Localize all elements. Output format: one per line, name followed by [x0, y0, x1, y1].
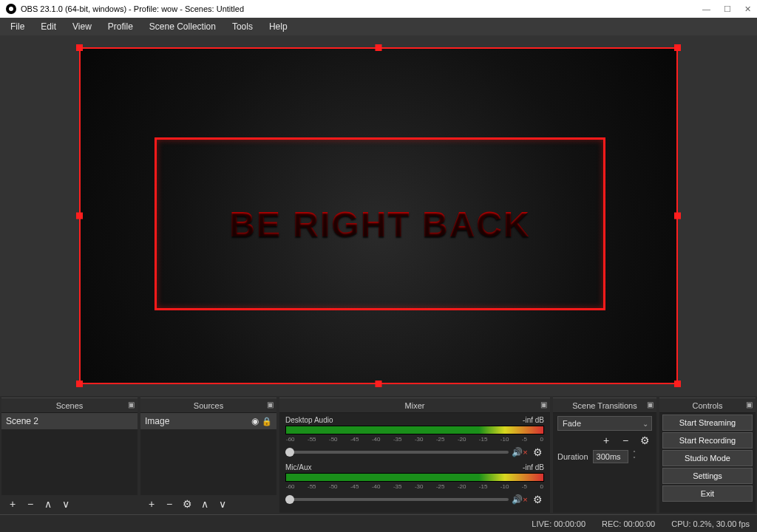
scenes-list[interactable]: Scene 2: [1, 413, 138, 495]
eye-icon[interactable]: ◉: [251, 416, 259, 426]
status-cpu: CPU: 0.2%, 30.00 fps: [671, 519, 750, 528]
resize-handle[interactable]: [674, 381, 681, 387]
window-title: OBS 23.1.0 (64-bit, windows) - Profile: …: [21, 4, 698, 13]
mixer-panel: Mixer ▣ Desktop Audio-inf dB -60-55-50-4…: [279, 398, 550, 513]
settings-button[interactable]: Settings: [662, 468, 753, 484]
meter-ticks: -60-55-50-45-40-35-30-25-20-15-10-50: [285, 436, 544, 443]
menu-help[interactable]: Help: [262, 18, 295, 35]
scenes-header: Scenes ▣: [1, 398, 138, 413]
overlay-frame: BE RIGHT BACK: [155, 137, 605, 310]
resize-handle[interactable]: [76, 381, 83, 387]
menu-edit[interactable]: Edit: [33, 18, 64, 35]
transitions-header: Scene Transitions ▣: [553, 398, 656, 413]
scene-down-button[interactable]: ∨: [58, 497, 74, 511]
scenes-panel: Scenes ▣ Scene 2 + − ∧ ∨: [1, 398, 138, 513]
duration-value: 300ms: [597, 452, 621, 461]
menu-view[interactable]: View: [65, 18, 99, 35]
channel-level: -inf dB: [523, 463, 544, 471]
menu-file[interactable]: File: [3, 18, 32, 35]
dock-icon[interactable]: ▣: [540, 400, 547, 409]
menu-scene-collection[interactable]: Scene Collection: [142, 18, 223, 35]
statusbar: LIVE: 00:00:00 REC: 00:00:00 CPU: 0.2%, …: [0, 514, 757, 532]
source-label: Image: [145, 416, 169, 426]
dock-icon[interactable]: ▣: [267, 400, 274, 409]
add-transition-button[interactable]: +: [599, 434, 614, 447]
studio-mode-button[interactable]: Studio Mode: [662, 450, 753, 466]
start-recording-button[interactable]: Start Recording: [662, 432, 753, 449]
channel-name: Mic/Aux: [285, 463, 312, 471]
volume-meter: [285, 473, 544, 482]
controls-panel: Controls ▣ Start Streaming Start Recordi…: [659, 398, 756, 513]
status-rec: REC: 00:00:00: [602, 519, 655, 528]
volume-slider[interactable]: [285, 498, 509, 501]
mixer-header: Mixer ▣: [279, 398, 550, 413]
duration-label: Duration: [557, 452, 588, 461]
preview-area[interactable]: BE RIGHT BACK: [0, 35, 757, 396]
sources-toolbar: + − ⚙ ∧ ∨: [140, 495, 276, 513]
sources-panel: Sources ▣ Image ◉ 🔒 + − ⚙ ∧ ∨: [140, 398, 276, 513]
chevron-down-icon: ⌄: [642, 420, 648, 428]
scene-item[interactable]: Scene 2: [1, 413, 138, 429]
channel-level: -inf dB: [523, 416, 544, 424]
mute-icon[interactable]: 🔊×: [513, 446, 526, 459]
transition-properties-button[interactable]: ⚙: [637, 434, 652, 447]
bottom-dock: Scenes ▣ Scene 2 + − ∧ ∨ Sources ▣ Image…: [0, 396, 757, 514]
remove-scene-button[interactable]: −: [22, 497, 38, 511]
minimize-button[interactable]: —: [702, 4, 710, 14]
close-button[interactable]: ✕: [744, 4, 751, 14]
start-streaming-button[interactable]: Start Streaming: [662, 415, 753, 431]
transition-value: Fade: [563, 419, 581, 428]
sources-header: Sources ▣: [140, 398, 276, 413]
mixer-channel: Mic/Aux-inf dB -60-55-50-45-40-35-30-25-…: [279, 460, 550, 508]
dock-icon[interactable]: ▣: [647, 400, 654, 409]
lock-icon[interactable]: 🔒: [262, 417, 272, 426]
source-down-button[interactable]: ∨: [214, 497, 231, 511]
controls-header: Controls ▣: [659, 398, 756, 413]
transition-select[interactable]: Fade ⌄: [557, 416, 652, 431]
menubar: File Edit View Profile Scene Collection …: [0, 18, 757, 35]
channel-name: Desktop Audio: [285, 416, 333, 424]
preview-canvas[interactable]: BE RIGHT BACK: [79, 47, 678, 384]
remove-source-button[interactable]: −: [161, 497, 177, 511]
resize-handle[interactable]: [376, 44, 382, 51]
transitions-title: Scene Transitions: [572, 401, 637, 410]
remove-transition-button[interactable]: −: [618, 434, 633, 447]
resize-handle[interactable]: [76, 213, 83, 219]
scenes-title: Scenes: [56, 401, 84, 410]
mixer-title: Mixer: [405, 401, 425, 410]
scene-label: Scene 2: [6, 416, 38, 426]
obs-logo-icon: [6, 4, 16, 14]
mute-icon[interactable]: 🔊×: [513, 493, 526, 506]
scene-up-button[interactable]: ∧: [40, 497, 56, 511]
titlebar: OBS 23.1.0 (64-bit, windows) - Profile: …: [0, 0, 757, 18]
duration-down-button[interactable]: ˅: [633, 457, 636, 463]
overlay-text: BE RIGHT BACK: [229, 204, 530, 245]
exit-button[interactable]: Exit: [662, 485, 753, 502]
sources-title: Sources: [194, 401, 223, 410]
add-scene-button[interactable]: +: [4, 497, 21, 511]
source-up-button[interactable]: ∧: [197, 497, 213, 511]
menu-profile[interactable]: Profile: [101, 18, 140, 35]
resize-handle[interactable]: [674, 44, 681, 51]
source-properties-button[interactable]: ⚙: [179, 497, 195, 511]
maximize-button[interactable]: ☐: [724, 4, 731, 14]
volume-meter: [285, 426, 544, 434]
volume-slider[interactable]: [285, 451, 509, 454]
dock-icon[interactable]: ▣: [746, 400, 753, 409]
meter-ticks: -60-55-50-45-40-35-30-25-20-15-10-50: [285, 483, 544, 490]
resize-handle[interactable]: [674, 213, 681, 219]
controls-title: Controls: [693, 401, 723, 410]
duration-input[interactable]: 300ms: [593, 450, 628, 463]
sources-list[interactable]: Image ◉ 🔒: [140, 413, 276, 495]
preview-canvas-wrap[interactable]: BE RIGHT BACK: [79, 47, 678, 384]
channel-settings-icon[interactable]: ⚙: [531, 493, 544, 506]
source-item[interactable]: Image ◉ 🔒: [140, 413, 276, 429]
status-live: LIVE: 00:00:00: [532, 519, 585, 528]
channel-settings-icon[interactable]: ⚙: [531, 446, 544, 459]
resize-handle[interactable]: [376, 381, 382, 387]
dock-icon[interactable]: ▣: [128, 400, 135, 409]
mixer-channel: Desktop Audio-inf dB -60-55-50-45-40-35-…: [279, 413, 550, 460]
resize-handle[interactable]: [76, 44, 83, 51]
menu-tools[interactable]: Tools: [225, 18, 260, 35]
add-source-button[interactable]: +: [143, 497, 160, 511]
